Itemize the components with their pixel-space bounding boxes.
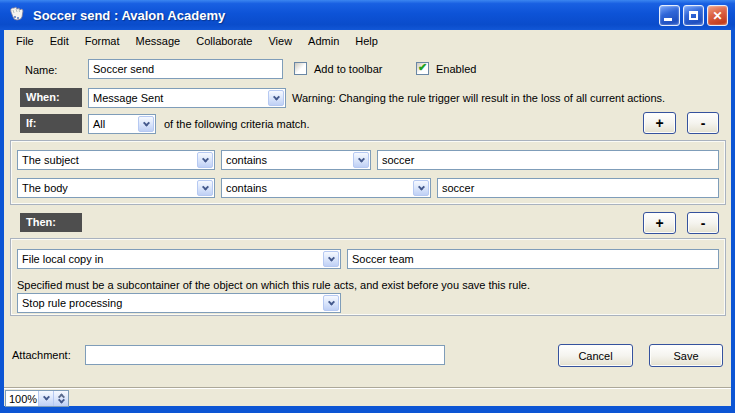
criterion-field-value: The subject bbox=[18, 154, 197, 166]
if-section-label: If: bbox=[20, 114, 82, 133]
chevron-down-icon[interactable] bbox=[268, 90, 284, 106]
chevron-glyph bbox=[142, 119, 149, 126]
action-type-select[interactable]: File local copy in bbox=[17, 249, 341, 269]
minimize-icon[interactable] bbox=[659, 5, 680, 26]
action-target-input[interactable] bbox=[347, 249, 719, 269]
attachment-input[interactable] bbox=[85, 345, 445, 365]
criteria-groupbox: The subject contains The body contains bbox=[10, 140, 726, 205]
when-trigger-select[interactable]: Message Sent bbox=[88, 88, 286, 108]
enabled-checkbox[interactable]: ✔ bbox=[416, 62, 429, 75]
chevron-down-icon[interactable] bbox=[138, 116, 154, 132]
second-action-value: Stop rule processing bbox=[18, 297, 323, 309]
attachment-label: Attachment: bbox=[12, 349, 71, 361]
titlebar[interactable]: Soccer send : Avalon Academy ✕ bbox=[0, 0, 735, 30]
criterion-field-value: The body bbox=[18, 182, 197, 194]
menu-collaborate[interactable]: Collaborate bbox=[188, 32, 260, 50]
chevron-glyph bbox=[417, 183, 424, 190]
if-add-criterion-button[interactable]: + bbox=[643, 112, 676, 134]
enabled-check-glyph: ✔ bbox=[418, 62, 427, 73]
zoom-spinner[interactable] bbox=[53, 391, 68, 406]
criterion-field-select[interactable]: The subject bbox=[17, 150, 215, 170]
when-warning-text: Warning: Changing the rule trigger will … bbox=[292, 92, 665, 104]
zoom-control: 100% bbox=[5, 390, 69, 407]
chevron-glyph bbox=[201, 183, 208, 190]
save-button[interactable]: Save bbox=[649, 344, 723, 367]
criterion-value-input[interactable] bbox=[437, 178, 719, 198]
enabled-label: Enabled bbox=[436, 63, 476, 75]
add-to-toolbar-label: Add to toolbar bbox=[314, 63, 383, 75]
then-section-label: Then: bbox=[20, 213, 82, 232]
actions-groupbox: File local copy in Specified must be a s… bbox=[10, 238, 726, 316]
chevron-glyph bbox=[357, 155, 364, 162]
menu-message[interactable]: Message bbox=[128, 32, 189, 50]
chevron-down-icon[interactable] bbox=[197, 180, 213, 196]
zoom-chevron-down-icon[interactable] bbox=[38, 391, 53, 406]
chevron-glyph bbox=[201, 155, 208, 162]
when-section-label: When: bbox=[20, 88, 82, 107]
criterion-operator-value: contains bbox=[222, 182, 413, 194]
glove-app-icon bbox=[7, 5, 27, 25]
criterion-value-input[interactable] bbox=[377, 150, 719, 170]
action-note-text: Specified must be a subcontainer of the … bbox=[17, 279, 530, 291]
if-suffix-text: of the following criteria match. bbox=[164, 118, 310, 130]
chevron-down-icon[interactable] bbox=[323, 251, 339, 267]
menu-admin[interactable]: Admin bbox=[300, 32, 347, 50]
close-glyph: ✕ bbox=[712, 10, 722, 22]
maximize-icon[interactable] bbox=[683, 5, 704, 26]
menu-help[interactable]: Help bbox=[347, 32, 386, 50]
chevron-down-icon[interactable] bbox=[197, 152, 213, 168]
add-to-toolbar-checkbox[interactable] bbox=[294, 62, 307, 75]
then-add-action-button[interactable]: + bbox=[643, 212, 676, 234]
menubar: File Edit Format Message Collaborate Vie… bbox=[4, 30, 731, 52]
chevron-glyph bbox=[327, 254, 334, 261]
chevron-down-icon[interactable] bbox=[323, 295, 339, 311]
statusbar-divider bbox=[4, 387, 731, 389]
if-match-value: All bbox=[89, 118, 138, 130]
chevron-glyph bbox=[327, 298, 334, 305]
criterion-operator-select[interactable]: contains bbox=[221, 178, 431, 198]
minimize-glyph bbox=[664, 18, 672, 21]
chevron-down-icon[interactable] bbox=[353, 152, 369, 168]
if-match-select[interactable]: All bbox=[88, 114, 156, 134]
criterion-operator-value: contains bbox=[222, 154, 353, 166]
chevron-glyph bbox=[272, 93, 279, 100]
second-action-select[interactable]: Stop rule processing bbox=[17, 293, 341, 313]
name-label: Name: bbox=[25, 64, 57, 76]
criterion-field-select[interactable]: The body bbox=[17, 178, 215, 198]
menu-file[interactable]: File bbox=[8, 32, 42, 50]
close-icon[interactable]: ✕ bbox=[707, 5, 728, 26]
chevron-down-icon bbox=[57, 397, 64, 404]
cancel-button[interactable]: Cancel bbox=[558, 344, 633, 367]
action-type-value: File local copy in bbox=[18, 253, 323, 265]
menu-edit[interactable]: Edit bbox=[42, 32, 77, 50]
criterion-operator-select[interactable]: contains bbox=[221, 150, 371, 170]
name-input[interactable] bbox=[88, 59, 283, 79]
window-title: Soccer send : Avalon Academy bbox=[33, 8, 225, 23]
window-content: File Edit Format Message Collaborate Vie… bbox=[4, 30, 731, 406]
then-remove-action-button[interactable]: - bbox=[687, 212, 719, 234]
maximize-glyph bbox=[689, 11, 698, 20]
menu-format[interactable]: Format bbox=[77, 32, 128, 50]
zoom-level-value: 100% bbox=[6, 391, 38, 406]
chevron-glyph bbox=[42, 394, 49, 401]
menu-view[interactable]: View bbox=[260, 32, 300, 50]
rule-editor-window: Soccer send : Avalon Academy ✕ File Edit… bbox=[0, 0, 735, 413]
if-remove-criterion-button[interactable]: - bbox=[687, 112, 719, 134]
when-trigger-value: Message Sent bbox=[89, 92, 268, 104]
chevron-down-icon[interactable] bbox=[413, 180, 429, 196]
